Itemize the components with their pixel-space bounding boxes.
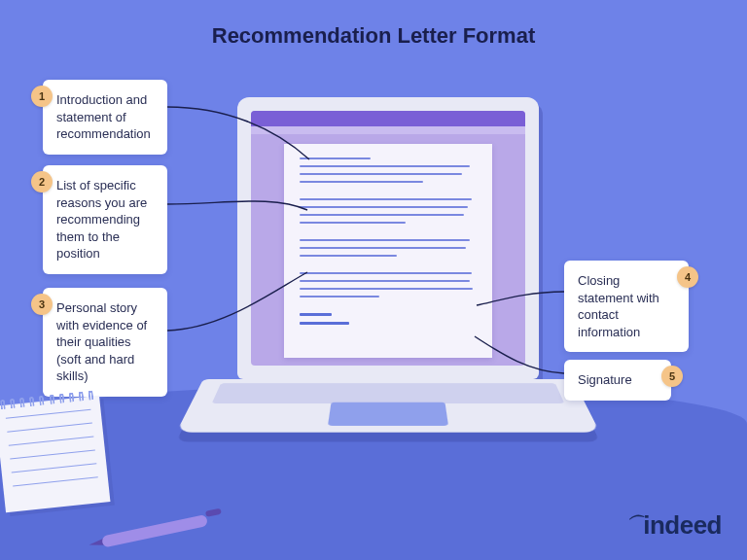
document-preview (284, 144, 492, 358)
laptop-keyboard (176, 379, 599, 433)
callout-personal-story: Personal story with evidence of their qu… (43, 288, 167, 397)
logo-text: indeed (643, 510, 722, 540)
laptop-screen (251, 111, 525, 366)
laptop-screen-frame (237, 97, 539, 379)
trackpad (328, 402, 448, 426)
browser-bar (251, 111, 525, 126)
callout-number-4: 4 (677, 266, 698, 288)
callout-reasons: List of specific reasons you are recomme… (43, 165, 167, 274)
callout-introduction: Introduction and statement of recommenda… (43, 80, 167, 155)
notepad-illustration (0, 396, 110, 513)
callout-signature: Signature (564, 360, 671, 401)
callout-number-3: 3 (31, 294, 53, 315)
browser-sub-bar (251, 126, 525, 134)
laptop-illustration (237, 97, 539, 467)
indeed-logo: ⌒indeed (629, 510, 722, 541)
callout-closing: Closing statement with contact informati… (564, 261, 689, 352)
callout-number-1: 1 (31, 86, 53, 107)
callout-number-5: 5 (661, 366, 683, 387)
diagram-title: Recommendation Letter Format (0, 23, 747, 49)
callout-number-2: 2 (31, 171, 53, 192)
